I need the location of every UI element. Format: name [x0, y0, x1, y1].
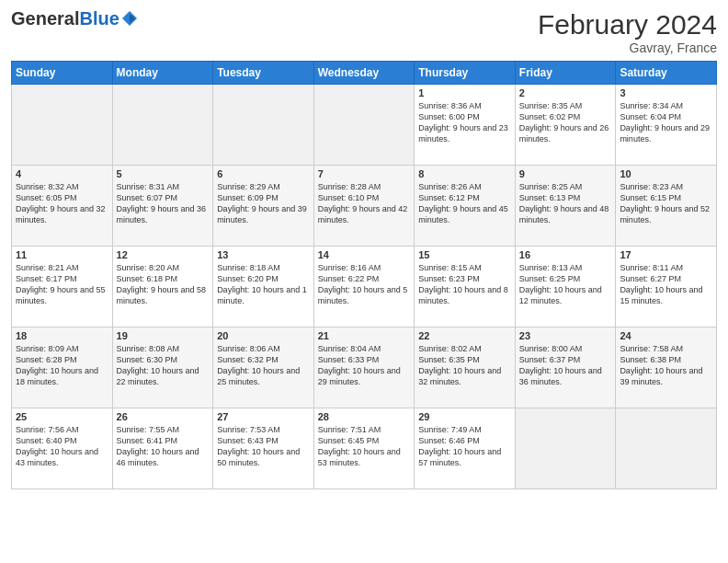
- day-info: Sunrise: 8:02 AM Sunset: 6:35 PM Dayligh…: [418, 343, 511, 388]
- col-friday: Friday: [515, 62, 616, 85]
- day-info: Sunrise: 8:25 AM Sunset: 6:13 PM Dayligh…: [519, 181, 612, 226]
- page: GeneralBlue February 2024 Gavray, France…: [0, 0, 728, 563]
- day-number: 2: [519, 87, 612, 98]
- day-info: Sunrise: 8:00 AM Sunset: 6:37 PM Dayligh…: [519, 343, 612, 388]
- day-number: 6: [217, 168, 310, 179]
- logo-blue: Blue: [79, 8, 119, 29]
- week-row-3: 18Sunrise: 8:09 AM Sunset: 6:28 PM Dayli…: [12, 327, 717, 408]
- calendar-cell: 15Sunrise: 8:15 AM Sunset: 6:23 PM Dayli…: [415, 247, 516, 327]
- logo: GeneralBlue: [11, 9, 138, 28]
- calendar-cell: 13Sunrise: 8:18 AM Sunset: 6:20 PM Dayli…: [213, 247, 314, 327]
- col-tuesday: Tuesday: [213, 62, 314, 85]
- week-row-0: 1Sunrise: 8:36 AM Sunset: 6:00 PM Daylig…: [12, 85, 717, 166]
- day-info: Sunrise: 8:34 AM Sunset: 6:04 PM Dayligh…: [620, 100, 712, 145]
- calendar-cell: 17Sunrise: 8:11 AM Sunset: 6:27 PM Dayli…: [616, 247, 717, 327]
- day-number: 14: [318, 249, 411, 260]
- calendar-cell: [112, 85, 213, 166]
- day-number: 22: [418, 330, 511, 341]
- calendar-cell: 12Sunrise: 8:20 AM Sunset: 6:18 PM Dayli…: [112, 247, 213, 327]
- calendar-cell: 5Sunrise: 8:31 AM Sunset: 6:07 PM Daylig…: [112, 166, 213, 247]
- day-number: 9: [519, 168, 612, 179]
- day-info: Sunrise: 8:31 AM Sunset: 6:07 PM Dayligh…: [117, 181, 210, 226]
- day-number: 20: [217, 330, 310, 341]
- day-number: 21: [318, 330, 411, 341]
- day-number: 8: [418, 168, 511, 179]
- col-monday: Monday: [112, 62, 213, 85]
- day-number: 18: [16, 330, 108, 341]
- week-row-1: 4Sunrise: 8:32 AM Sunset: 6:05 PM Daylig…: [12, 166, 717, 247]
- day-info: Sunrise: 8:21 AM Sunset: 6:17 PM Dayligh…: [16, 262, 108, 307]
- logo-icon: [121, 10, 138, 27]
- day-info: Sunrise: 8:32 AM Sunset: 6:05 PM Dayligh…: [16, 181, 108, 226]
- calendar-cell: 2Sunrise: 8:35 AM Sunset: 6:02 PM Daylig…: [515, 85, 616, 166]
- day-number: 26: [117, 411, 210, 422]
- day-number: 4: [16, 168, 108, 179]
- subtitle: Gavray, France: [538, 40, 717, 55]
- day-number: 27: [217, 411, 310, 422]
- calendar-cell: 24Sunrise: 7:58 AM Sunset: 6:38 PM Dayli…: [616, 327, 717, 408]
- day-info: Sunrise: 7:49 AM Sunset: 6:46 PM Dayligh…: [418, 424, 511, 469]
- calendar-cell: 20Sunrise: 8:06 AM Sunset: 6:32 PM Dayli…: [213, 327, 314, 408]
- logo-text: GeneralBlue: [11, 9, 119, 28]
- calendar-cell: 10Sunrise: 8:23 AM Sunset: 6:15 PM Dayli…: [616, 166, 717, 247]
- day-number: 25: [16, 411, 108, 422]
- day-number: 7: [318, 168, 411, 179]
- day-number: 15: [418, 249, 511, 260]
- col-sunday: Sunday: [12, 62, 113, 85]
- day-info: Sunrise: 8:20 AM Sunset: 6:18 PM Dayligh…: [117, 262, 210, 307]
- header-row: Sunday Monday Tuesday Wednesday Thursday…: [12, 62, 717, 85]
- header: GeneralBlue February 2024 Gavray, France: [11, 9, 717, 55]
- calendar-cell: 4Sunrise: 8:32 AM Sunset: 6:05 PM Daylig…: [12, 166, 113, 247]
- main-title: February 2024: [538, 9, 717, 40]
- day-number: 10: [620, 168, 712, 179]
- day-info: Sunrise: 8:15 AM Sunset: 6:23 PM Dayligh…: [418, 262, 511, 307]
- calendar-cell: [213, 85, 314, 166]
- day-info: Sunrise: 8:08 AM Sunset: 6:30 PM Dayligh…: [117, 343, 210, 388]
- day-number: 13: [217, 249, 310, 260]
- title-block: February 2024 Gavray, France: [538, 9, 717, 55]
- day-number: 1: [418, 87, 511, 98]
- calendar-cell: 7Sunrise: 8:28 AM Sunset: 6:10 PM Daylig…: [313, 166, 415, 247]
- day-info: Sunrise: 7:56 AM Sunset: 6:40 PM Dayligh…: [16, 424, 108, 469]
- calendar-cell: 11Sunrise: 8:21 AM Sunset: 6:17 PM Dayli…: [12, 247, 113, 327]
- day-info: Sunrise: 8:35 AM Sunset: 6:02 PM Dayligh…: [519, 100, 612, 145]
- calendar-cell: 3Sunrise: 8:34 AM Sunset: 6:04 PM Daylig…: [616, 85, 717, 166]
- day-info: Sunrise: 8:29 AM Sunset: 6:09 PM Dayligh…: [217, 181, 310, 226]
- calendar-cell: [313, 85, 415, 166]
- day-info: Sunrise: 8:09 AM Sunset: 6:28 PM Dayligh…: [16, 343, 108, 388]
- day-info: Sunrise: 8:06 AM Sunset: 6:32 PM Dayligh…: [217, 343, 310, 388]
- day-info: Sunrise: 7:58 AM Sunset: 6:38 PM Dayligh…: [620, 343, 712, 388]
- calendar-cell: [12, 85, 113, 166]
- day-info: Sunrise: 8:18 AM Sunset: 6:20 PM Dayligh…: [217, 262, 310, 307]
- calendar-cell: 14Sunrise: 8:16 AM Sunset: 6:22 PM Dayli…: [313, 247, 415, 327]
- calendar-cell: 8Sunrise: 8:26 AM Sunset: 6:12 PM Daylig…: [415, 166, 516, 247]
- col-saturday: Saturday: [616, 62, 717, 85]
- day-info: Sunrise: 7:53 AM Sunset: 6:43 PM Dayligh…: [217, 424, 310, 469]
- day-info: Sunrise: 7:51 AM Sunset: 6:45 PM Dayligh…: [318, 424, 411, 469]
- calendar-cell: 28Sunrise: 7:51 AM Sunset: 6:45 PM Dayli…: [313, 408, 415, 489]
- day-info: Sunrise: 8:23 AM Sunset: 6:15 PM Dayligh…: [620, 181, 712, 226]
- calendar-cell: 6Sunrise: 8:29 AM Sunset: 6:09 PM Daylig…: [213, 166, 314, 247]
- day-number: 24: [620, 330, 712, 341]
- calendar-cell: 23Sunrise: 8:00 AM Sunset: 6:37 PM Dayli…: [515, 327, 616, 408]
- calendar-cell: 21Sunrise: 8:04 AM Sunset: 6:33 PM Dayli…: [313, 327, 415, 408]
- calendar-cell: 27Sunrise: 7:53 AM Sunset: 6:43 PM Dayli…: [213, 408, 314, 489]
- day-number: 11: [16, 249, 108, 260]
- day-number: 19: [117, 330, 210, 341]
- col-thursday: Thursday: [415, 62, 516, 85]
- calendar-cell: 18Sunrise: 8:09 AM Sunset: 6:28 PM Dayli…: [12, 327, 113, 408]
- calendar-cell: 16Sunrise: 8:13 AM Sunset: 6:25 PM Dayli…: [515, 247, 616, 327]
- day-number: 5: [117, 168, 210, 179]
- day-info: Sunrise: 8:13 AM Sunset: 6:25 PM Dayligh…: [519, 262, 612, 307]
- calendar-cell: 25Sunrise: 7:56 AM Sunset: 6:40 PM Dayli…: [12, 408, 113, 489]
- calendar-cell: 19Sunrise: 8:08 AM Sunset: 6:30 PM Dayli…: [112, 327, 213, 408]
- day-info: Sunrise: 7:55 AM Sunset: 6:41 PM Dayligh…: [117, 424, 210, 469]
- day-info: Sunrise: 8:11 AM Sunset: 6:27 PM Dayligh…: [620, 262, 712, 307]
- day-number: 16: [519, 249, 612, 260]
- day-info: Sunrise: 8:36 AM Sunset: 6:00 PM Dayligh…: [418, 100, 511, 145]
- week-row-4: 25Sunrise: 7:56 AM Sunset: 6:40 PM Dayli…: [12, 408, 717, 489]
- day-number: 12: [117, 249, 210, 260]
- week-row-2: 11Sunrise: 8:21 AM Sunset: 6:17 PM Dayli…: [12, 247, 717, 327]
- day-number: 17: [620, 249, 712, 260]
- day-number: 3: [620, 87, 712, 98]
